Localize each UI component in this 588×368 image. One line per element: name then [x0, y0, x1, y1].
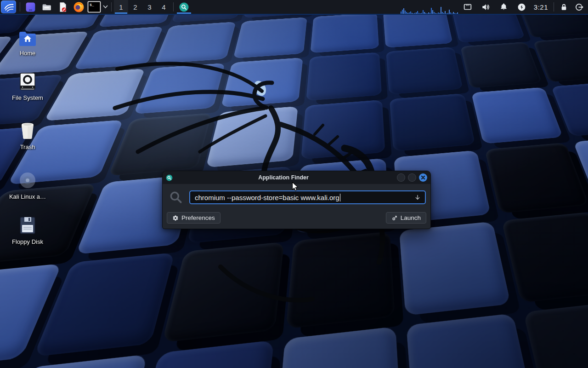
wallpaper-cube	[275, 327, 402, 368]
wallpaper-cube	[390, 93, 475, 152]
monitor-bar	[407, 13, 408, 14]
network-icon	[463, 2, 473, 12]
logout-icon	[574, 2, 584, 12]
wallpaper-cube	[0, 354, 148, 368]
workspace-button-1[interactable]: 1	[114, 0, 128, 14]
network-tray-button[interactable]	[459, 0, 477, 14]
wallpaper-cube	[221, 58, 303, 107]
monitor-bar	[401, 12, 401, 14]
preferences-button[interactable]: Preferences	[167, 212, 220, 224]
floppy-disk-icon	[19, 216, 36, 235]
close-button[interactable]	[419, 173, 427, 182]
wallpaper-cube	[154, 22, 236, 64]
desktop-icon-file-system[interactable]: File System	[5, 71, 51, 101]
workspace-button-3[interactable]: 3	[142, 0, 157, 14]
monitor-bar	[413, 13, 414, 14]
monitor-bar	[445, 11, 446, 14]
taskbar-app-finder-button[interactable]	[176, 0, 192, 14]
monitor-bar	[412, 13, 413, 14]
monitor-bar	[447, 13, 448, 14]
monitor-bar	[414, 13, 415, 14]
wallpaper-cube	[286, 231, 395, 329]
desktop-icon-floppy-disk[interactable]: Floppy Disk	[5, 215, 51, 245]
desktop-icon-kali-docs[interactable]: Kali Linux a…	[5, 170, 51, 200]
monitor-bar	[441, 7, 441, 14]
app-finder-window-icon	[166, 174, 173, 181]
firefox-launcher[interactable]	[71, 0, 87, 14]
monitor-bar	[416, 12, 417, 14]
show-desktop-launcher[interactable]	[23, 0, 39, 14]
wallpaper-cube	[399, 221, 511, 316]
monitor-bar	[427, 13, 428, 14]
text-caret	[340, 194, 341, 201]
wallpaper-cube	[301, 100, 385, 160]
wallpaper-cube	[206, 106, 298, 168]
workspace-button-4[interactable]: 4	[157, 0, 171, 14]
show-desktop-icon	[25, 1, 36, 13]
file-manager-launcher[interactable]	[39, 0, 55, 14]
text-editor-launcher[interactable]	[55, 0, 71, 14]
app-finder-icon	[179, 2, 189, 12]
maximize-button[interactable]	[408, 173, 416, 182]
kali-docs-icon	[18, 171, 37, 190]
wallpaper-cube	[502, 212, 588, 303]
wallpaper-cube	[108, 113, 212, 176]
file-manager-icon	[41, 1, 52, 13]
minimize-button[interactable]	[397, 173, 405, 182]
monitor-bar	[425, 13, 426, 14]
panel-separator	[173, 2, 174, 12]
system-monitor-graph[interactable]	[401, 0, 459, 14]
lock-icon	[559, 2, 569, 12]
workspace-button-2[interactable]: 2	[128, 0, 142, 14]
workspace-label: 1	[119, 3, 123, 11]
wallpaper-cube	[233, 17, 307, 58]
wallpaper-cube	[310, 13, 379, 53]
gear-icon	[172, 215, 179, 221]
file-system-icon	[19, 72, 36, 91]
monitor-bar	[406, 12, 407, 14]
monitor-bar	[421, 13, 422, 14]
close-icon	[421, 175, 425, 180]
volume-tray-button[interactable]	[477, 0, 495, 14]
preferences-label: Preferences	[181, 214, 215, 221]
monitor-bar	[446, 13, 447, 14]
search-input[interactable]: chromium --password-store=basic www.kali…	[189, 190, 426, 204]
desktop-icon-label: Kali Linux a…	[9, 193, 46, 200]
monitor-bar	[409, 12, 410, 14]
history-dropdown-button[interactable]	[414, 194, 421, 201]
lock-screen-button[interactable]	[556, 0, 571, 14]
monitor-bar	[452, 13, 452, 14]
terminal-dropdown-icon: $_	[87, 1, 108, 13]
top-panel: $_ 1 2 3 4	[0, 0, 588, 15]
launch-icon	[391, 215, 398, 221]
text-editor-icon	[57, 1, 68, 13]
monitor-bar	[402, 10, 403, 14]
panel-separator	[20, 2, 20, 12]
wallpaper-cube	[460, 42, 542, 88]
arrow-down-icon	[414, 194, 421, 201]
monitor-bar	[424, 12, 425, 14]
notifications-tray-button[interactable]	[495, 0, 513, 14]
monitor-bar	[403, 8, 404, 14]
desktop-icon-trash[interactable]: Trash	[5, 121, 51, 150]
kali-dragon-icon	[3, 1, 14, 12]
clock[interactable]: 3:21	[531, 3, 551, 11]
wallpaper-cube	[306, 52, 382, 101]
titlebar[interactable]: Application Finder	[163, 171, 430, 184]
workspace-label: 3	[147, 3, 151, 11]
launch-button[interactable]: Launch	[386, 212, 426, 224]
monitor-bar	[442, 12, 443, 14]
terminal-dropdown-launcher[interactable]: $_	[87, 0, 109, 14]
applications-menu-button[interactable]	[1, 0, 16, 13]
desktop-icon-home[interactable]: Home	[5, 27, 51, 57]
monitor-bar	[432, 10, 433, 14]
wallpaper-cube	[533, 37, 588, 82]
panel-separator	[111, 2, 112, 12]
trash-icon	[18, 121, 37, 140]
monitor-bar	[423, 10, 424, 14]
logout-button[interactable]	[571, 0, 587, 14]
power-manager-tray-button[interactable]	[513, 0, 531, 14]
monitor-bar	[418, 13, 419, 14]
search-input-value: chromium --password-store=basic www.kali…	[195, 194, 339, 201]
monitor-bar	[454, 13, 455, 14]
